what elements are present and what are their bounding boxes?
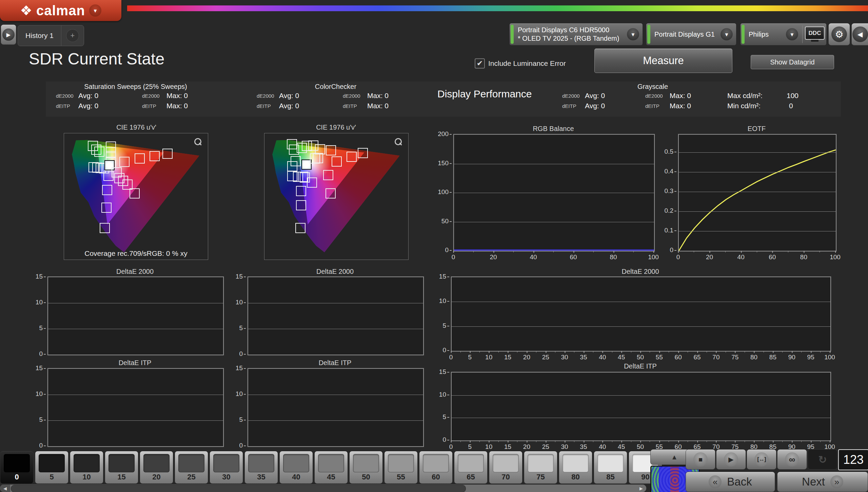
display-performance-title: Display Performance — [437, 88, 532, 100]
display-dropdown[interactable]: Philips ▼ DDC — [740, 23, 827, 45]
back-button[interactable]: « Back — [686, 472, 775, 492]
x-axis-minor-tick — [536, 440, 536, 442]
scroll-left-arrow-icon[interactable]: ◀ — [0, 485, 10, 492]
pattern-step-button-80[interactable]: 80 — [559, 451, 592, 484]
measure-button[interactable]: Measure — [594, 49, 732, 73]
stop-button[interactable]: ■ — [686, 449, 715, 470]
y-axis-tick: 15 — [236, 364, 243, 372]
max-luminance-value: 100 — [787, 92, 798, 100]
metric-sub: dEITP — [645, 103, 659, 109]
x-axis-minor-tick — [788, 251, 788, 252]
pattern-step-button-30[interactable]: 30 — [210, 451, 243, 484]
x-axis-tick: 20 — [523, 354, 530, 361]
x-axis-minor-tick — [473, 251, 474, 252]
pattern-step-button-45[interactable]: 45 — [314, 451, 348, 484]
meter-name: Portrait Displays C6 HDR5000 * OLED TV 2… — [518, 26, 627, 43]
ddc-divider — [802, 25, 803, 43]
measurement-square — [323, 170, 333, 180]
x-axis-minor-tick — [820, 351, 821, 353]
pattern-step-button-50[interactable]: 50 — [349, 451, 383, 484]
x-axis-minor-tick — [650, 351, 650, 353]
x-axis-tick: 15 — [504, 443, 511, 451]
saturation-sweeps-title: Saturation Sweeps (25% Sweeps) — [47, 83, 224, 91]
zoom-magnifier-icon[interactable] — [194, 138, 202, 147]
x-axis-minor-tick — [612, 351, 612, 353]
pattern-step-button-25[interactable]: 25 — [175, 451, 208, 484]
zoom-magnifier-icon[interactable] — [394, 138, 403, 147]
tab-scroll-arrow-icon: ▶ — [2, 29, 15, 41]
eotf-title: EOTF — [678, 125, 835, 133]
pattern-step-label: 10 — [70, 473, 103, 481]
pattern-step-button-5[interactable]: 5 — [35, 451, 68, 484]
tab-scroll-button[interactable]: ▶ — [1, 24, 16, 45]
cie-chart-saturation[interactable]: Coverage rec.709/sRGB: 0 % xy — [64, 133, 208, 260]
meter-dropdown[interactable]: Portrait Displays C6 HDR5000 * OLED TV 2… — [509, 23, 643, 45]
next-button[interactable]: Next » — [777, 472, 868, 492]
pattern-step-button-85[interactable]: 85 — [594, 451, 627, 484]
y-axis-tick: 5 — [239, 324, 243, 332]
x-axis-tick: 40 — [530, 253, 537, 261]
pattern-step-button-15[interactable]: 15 — [105, 451, 138, 484]
cie-chart-colorchecker[interactable] — [264, 133, 409, 260]
meter-dropdown-arrow-icon[interactable]: ▼ — [627, 28, 639, 40]
metric-val: Max: 0 — [367, 102, 389, 110]
y-axis-tick: 0 — [445, 246, 449, 254]
calman-logo-menu[interactable]: ❖ calman ▼ — [0, 0, 121, 21]
pattern-step-button-75[interactable]: 75 — [524, 451, 557, 484]
source-dropdown-arrow-icon[interactable]: ▼ — [721, 28, 733, 40]
measurement-square — [287, 161, 297, 171]
scroll-right-arrow-icon[interactable]: ▶ — [636, 485, 646, 492]
source-dropdown[interactable]: Portrait Displays G1 ▼ — [646, 23, 736, 45]
include-luminance-error-checkbox[interactable]: ✔ — [475, 58, 485, 69]
continuous-measure-button[interactable]: ∞ — [777, 449, 807, 470]
main-menu-dropdown-icon[interactable]: ▼ — [89, 4, 101, 17]
tab-group: History 1 + — [18, 25, 84, 46]
meter-connected-indicator — [511, 25, 514, 44]
collapse-panel-button[interactable]: ◀ — [851, 23, 868, 45]
ddc-control-button[interactable]: DDC — [805, 26, 824, 42]
display-dropdown-arrow-icon[interactable]: ▼ — [786, 28, 798, 40]
pattern-step-button-35[interactable]: 35 — [244, 451, 278, 484]
metric-val: Avg: 0 — [78, 92, 98, 100]
metric-sub: dEITP — [343, 103, 357, 109]
x-axis-minor-tick — [688, 351, 688, 353]
deltaeitp-yaxis: 051015 — [218, 368, 246, 446]
pattern-step-button-70[interactable]: 70 — [489, 451, 522, 484]
eotf-xaxis: 020406080100 — [678, 251, 835, 264]
x-axis-tick: 100 — [830, 253, 841, 261]
scrollbar-thumb[interactable] — [11, 485, 466, 492]
y-axis-tick: 15 — [236, 273, 243, 280]
measurement-square — [130, 188, 140, 198]
pattern-step-button-10[interactable]: 10 — [70, 451, 103, 484]
x-axis-tick: 55 — [656, 354, 663, 361]
pattern-step-button-65[interactable]: 65 — [454, 451, 488, 484]
pattern-swatch — [353, 454, 379, 472]
x-axis-tick: 20 — [706, 253, 713, 261]
metric-val: Avg: 0 — [279, 102, 299, 110]
pattern-step-button-0[interactable]: 0 — [0, 451, 34, 484]
x-axis-tick: 45 — [618, 354, 625, 361]
metric-val: Max: 0 — [367, 92, 389, 100]
measurement-square — [296, 186, 306, 196]
gridline — [48, 303, 223, 303]
pattern-strip-scrollbar[interactable]: ◀ ▶ — [0, 485, 646, 492]
play-button[interactable]: ▶ — [716, 449, 746, 470]
tab-history-1[interactable]: History 1 — [18, 32, 61, 40]
pattern-step-button-60[interactable]: 60 — [419, 451, 453, 484]
coverage-readout: Coverage rec.709/sRGB: 0 % xy — [64, 249, 208, 258]
x-axis-minor-tick — [633, 251, 634, 252]
pattern-step-button-40[interactable]: 40 — [279, 451, 313, 484]
gridline — [679, 172, 836, 172]
metric-val: Avg: 0 — [585, 102, 605, 110]
measurement-square — [332, 156, 342, 167]
x-axis-minor-tick — [553, 251, 554, 252]
pattern-step-button-20[interactable]: 20 — [140, 451, 173, 484]
pattern-step-button-55[interactable]: 55 — [384, 451, 418, 484]
show-datagrid-button[interactable]: Show Datagrid — [751, 55, 834, 69]
pattern-size-button[interactable]: [↔] — [747, 449, 776, 470]
add-tab-button[interactable]: + — [66, 29, 79, 42]
metric-sub: dE2000 — [343, 93, 360, 99]
settings-button[interactable]: ⚙ — [828, 23, 850, 45]
x-axis-tick: 25 — [542, 354, 549, 361]
refresh-button-pressed[interactable]: ↻ — [808, 449, 837, 470]
